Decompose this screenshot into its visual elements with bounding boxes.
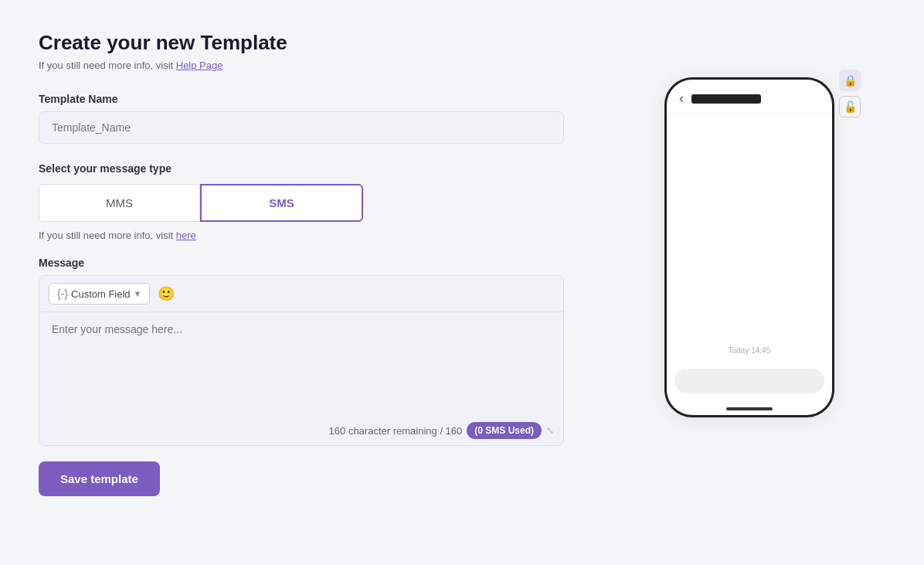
sms-used-badge: (0 SMS Used) <box>467 422 542 439</box>
page-title: Create your new Template <box>39 31 618 55</box>
template-name-input[interactable] <box>39 111 564 144</box>
message-box: {-} Custom Field ▼ 🙂 160 character remai… <box>39 275 564 446</box>
mms-button[interactable]: MMS <box>39 184 200 222</box>
chevron-down-icon: ▼ <box>134 289 142 298</box>
phone-mockup: ‹ Today 14:45 <box>664 77 834 417</box>
template-name-label: Template Name <box>39 93 618 105</box>
message-type-info-link[interactable]: here <box>176 230 196 241</box>
save-template-button[interactable]: Save template <box>39 461 160 496</box>
phone-home-bar <box>726 407 773 410</box>
sms-button[interactable]: SMS <box>200 184 363 222</box>
phone-contact-bar <box>691 94 761 104</box>
message-textarea[interactable] <box>39 312 563 413</box>
emoji-button[interactable]: 🙂 <box>155 282 178 305</box>
message-type-info: If you still need more info, visit here <box>39 230 618 241</box>
message-type-buttons: MMS SMS <box>39 184 363 222</box>
resize-icon: ⤡ <box>546 425 554 436</box>
template-name-field-group: Template Name <box>39 93 618 162</box>
help-text: If you still need more info, visit Help … <box>39 60 618 71</box>
message-group: Message {-} Custom Field ▼ 🙂 160 charact… <box>39 257 618 446</box>
help-page-link[interactable]: Help Page <box>176 60 223 71</box>
custom-field-label: Custom Field <box>71 288 131 300</box>
phone-body: Today 14:45 <box>667 114 832 401</box>
phone-input-bar <box>674 369 824 393</box>
message-type-label: Select your message type <box>39 162 618 175</box>
phone-preview-panel: ‹ Today 14:45 🔒 🔓 <box>664 31 834 417</box>
custom-field-bracket-icon: {-} <box>57 288 68 300</box>
phone-screen: ‹ Today 14:45 <box>667 80 832 415</box>
char-count: 160 character remaining / 160 <box>329 425 463 437</box>
custom-field-dropdown[interactable]: {-} Custom Field ▼ <box>49 283 150 305</box>
message-footer: 160 character remaining / 160 (0 SMS Use… <box>39 416 563 445</box>
message-toolbar: {-} Custom Field ▼ 🙂 <box>39 276 563 312</box>
phone-timestamp: Today 14:45 <box>674 346 824 355</box>
message-label: Message <box>39 257 618 269</box>
lock-icons: 🔒 🔓 <box>839 70 861 117</box>
message-type-group: Select your message type MMS SMS If you … <box>39 162 618 241</box>
lock-active-icon[interactable]: 🔒 <box>839 70 861 91</box>
lock-inactive-icon[interactable]: 🔓 <box>839 96 861 117</box>
phone-header: ‹ <box>667 80 832 114</box>
phone-back-icon: ‹ <box>679 90 684 107</box>
